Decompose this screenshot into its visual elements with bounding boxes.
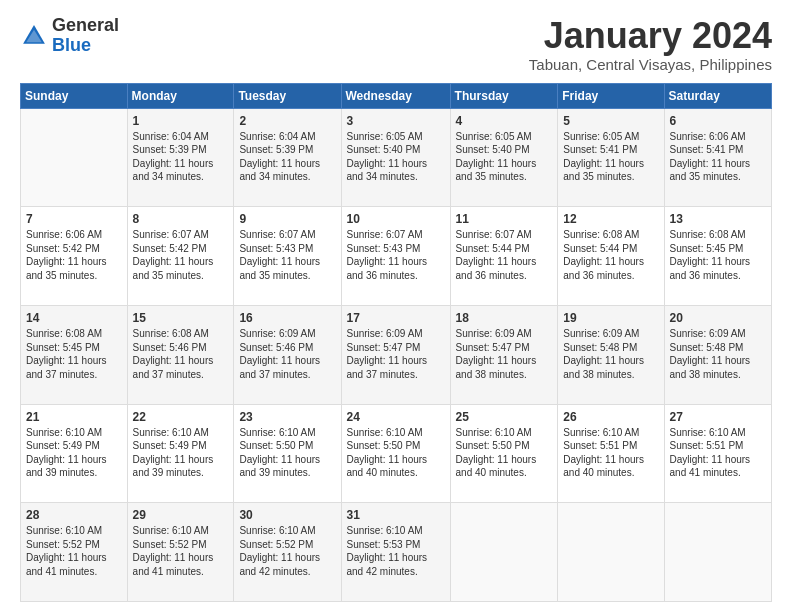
- calendar-week-3: 14Sunrise: 6:08 AMSunset: 5:45 PMDayligh…: [21, 305, 772, 404]
- calendar-cell: 14Sunrise: 6:08 AMSunset: 5:45 PMDayligh…: [21, 305, 128, 404]
- day-number: 14: [26, 310, 123, 326]
- day-number: 7: [26, 211, 123, 227]
- day-number: 23: [239, 409, 336, 425]
- calendar-cell: 3Sunrise: 6:05 AMSunset: 5:40 PMDaylight…: [341, 108, 450, 207]
- day-info: Sunrise: 6:09 AMSunset: 5:47 PMDaylight:…: [456, 327, 554, 381]
- calendar-cell: 29Sunrise: 6:10 AMSunset: 5:52 PMDayligh…: [127, 503, 234, 602]
- calendar-cell: 17Sunrise: 6:09 AMSunset: 5:47 PMDayligh…: [341, 305, 450, 404]
- location: Tabuan, Central Visayas, Philippines: [529, 56, 772, 73]
- day-number: 8: [133, 211, 230, 227]
- calendar-header-wednesday: Wednesday: [341, 83, 450, 108]
- day-number: 22: [133, 409, 230, 425]
- day-number: 3: [347, 113, 446, 129]
- day-number: 10: [347, 211, 446, 227]
- day-info: Sunrise: 6:10 AMSunset: 5:53 PMDaylight:…: [347, 524, 446, 578]
- day-number: 21: [26, 409, 123, 425]
- calendar-cell: 7Sunrise: 6:06 AMSunset: 5:42 PMDaylight…: [21, 207, 128, 306]
- day-info: Sunrise: 6:10 AMSunset: 5:51 PMDaylight:…: [670, 426, 767, 480]
- day-number: 2: [239, 113, 336, 129]
- logo-blue: Blue: [52, 35, 91, 55]
- calendar-cell: 24Sunrise: 6:10 AMSunset: 5:50 PMDayligh…: [341, 404, 450, 503]
- calendar-cell: [664, 503, 771, 602]
- calendar-cell: 2Sunrise: 6:04 AMSunset: 5:39 PMDaylight…: [234, 108, 341, 207]
- day-number: 11: [456, 211, 554, 227]
- day-info: Sunrise: 6:09 AMSunset: 5:48 PMDaylight:…: [563, 327, 659, 381]
- day-info: Sunrise: 6:08 AMSunset: 5:45 PMDaylight:…: [670, 228, 767, 282]
- day-info: Sunrise: 6:10 AMSunset: 5:50 PMDaylight:…: [456, 426, 554, 480]
- day-number: 16: [239, 310, 336, 326]
- header: General Blue January 2024 Tabuan, Centra…: [20, 16, 772, 73]
- calendar-cell: 1Sunrise: 6:04 AMSunset: 5:39 PMDaylight…: [127, 108, 234, 207]
- day-info: Sunrise: 6:07 AMSunset: 5:43 PMDaylight:…: [239, 228, 336, 282]
- calendar-week-2: 7Sunrise: 6:06 AMSunset: 5:42 PMDaylight…: [21, 207, 772, 306]
- day-number: 30: [239, 507, 336, 523]
- day-info: Sunrise: 6:05 AMSunset: 5:40 PMDaylight:…: [347, 130, 446, 184]
- calendar-week-5: 28Sunrise: 6:10 AMSunset: 5:52 PMDayligh…: [21, 503, 772, 602]
- calendar-cell: 8Sunrise: 6:07 AMSunset: 5:42 PMDaylight…: [127, 207, 234, 306]
- day-number: 1: [133, 113, 230, 129]
- day-info: Sunrise: 6:10 AMSunset: 5:51 PMDaylight:…: [563, 426, 659, 480]
- day-info: Sunrise: 6:10 AMSunset: 5:50 PMDaylight:…: [239, 426, 336, 480]
- logo-text: General Blue: [52, 16, 119, 56]
- calendar-cell: 13Sunrise: 6:08 AMSunset: 5:45 PMDayligh…: [664, 207, 771, 306]
- calendar-cell: 4Sunrise: 6:05 AMSunset: 5:40 PMDaylight…: [450, 108, 558, 207]
- day-info: Sunrise: 6:07 AMSunset: 5:42 PMDaylight:…: [133, 228, 230, 282]
- day-number: 27: [670, 409, 767, 425]
- day-info: Sunrise: 6:10 AMSunset: 5:49 PMDaylight:…: [133, 426, 230, 480]
- calendar-cell: 22Sunrise: 6:10 AMSunset: 5:49 PMDayligh…: [127, 404, 234, 503]
- calendar-header-thursday: Thursday: [450, 83, 558, 108]
- calendar-header-monday: Monday: [127, 83, 234, 108]
- calendar-cell: 21Sunrise: 6:10 AMSunset: 5:49 PMDayligh…: [21, 404, 128, 503]
- calendar-cell: 28Sunrise: 6:10 AMSunset: 5:52 PMDayligh…: [21, 503, 128, 602]
- calendar-week-1: 1Sunrise: 6:04 AMSunset: 5:39 PMDaylight…: [21, 108, 772, 207]
- calendar-cell: 16Sunrise: 6:09 AMSunset: 5:46 PMDayligh…: [234, 305, 341, 404]
- day-number: 19: [563, 310, 659, 326]
- day-number: 6: [670, 113, 767, 129]
- calendar-cell: 26Sunrise: 6:10 AMSunset: 5:51 PMDayligh…: [558, 404, 664, 503]
- calendar-cell: 11Sunrise: 6:07 AMSunset: 5:44 PMDayligh…: [450, 207, 558, 306]
- day-number: 4: [456, 113, 554, 129]
- day-info: Sunrise: 6:05 AMSunset: 5:41 PMDaylight:…: [563, 130, 659, 184]
- calendar-cell: 18Sunrise: 6:09 AMSunset: 5:47 PMDayligh…: [450, 305, 558, 404]
- calendar-table: SundayMondayTuesdayWednesdayThursdayFrid…: [20, 83, 772, 602]
- calendar-cell: 9Sunrise: 6:07 AMSunset: 5:43 PMDaylight…: [234, 207, 341, 306]
- calendar-header-sunday: Sunday: [21, 83, 128, 108]
- day-number: 31: [347, 507, 446, 523]
- calendar-header-row: SundayMondayTuesdayWednesdayThursdayFrid…: [21, 83, 772, 108]
- calendar-cell: 6Sunrise: 6:06 AMSunset: 5:41 PMDaylight…: [664, 108, 771, 207]
- day-info: Sunrise: 6:10 AMSunset: 5:52 PMDaylight:…: [26, 524, 123, 578]
- day-number: 26: [563, 409, 659, 425]
- day-info: Sunrise: 6:07 AMSunset: 5:44 PMDaylight:…: [456, 228, 554, 282]
- day-number: 17: [347, 310, 446, 326]
- day-number: 13: [670, 211, 767, 227]
- day-info: Sunrise: 6:10 AMSunset: 5:50 PMDaylight:…: [347, 426, 446, 480]
- calendar-cell: 30Sunrise: 6:10 AMSunset: 5:52 PMDayligh…: [234, 503, 341, 602]
- day-number: 18: [456, 310, 554, 326]
- calendar-cell: 20Sunrise: 6:09 AMSunset: 5:48 PMDayligh…: [664, 305, 771, 404]
- calendar-cell: 15Sunrise: 6:08 AMSunset: 5:46 PMDayligh…: [127, 305, 234, 404]
- day-info: Sunrise: 6:05 AMSunset: 5:40 PMDaylight:…: [456, 130, 554, 184]
- calendar-cell: 5Sunrise: 6:05 AMSunset: 5:41 PMDaylight…: [558, 108, 664, 207]
- day-info: Sunrise: 6:09 AMSunset: 5:47 PMDaylight:…: [347, 327, 446, 381]
- day-info: Sunrise: 6:09 AMSunset: 5:46 PMDaylight:…: [239, 327, 336, 381]
- day-info: Sunrise: 6:04 AMSunset: 5:39 PMDaylight:…: [239, 130, 336, 184]
- calendar-cell: 25Sunrise: 6:10 AMSunset: 5:50 PMDayligh…: [450, 404, 558, 503]
- day-number: 20: [670, 310, 767, 326]
- title-block: January 2024 Tabuan, Central Visayas, Ph…: [529, 16, 772, 73]
- calendar-cell: [450, 503, 558, 602]
- calendar-header-saturday: Saturday: [664, 83, 771, 108]
- day-info: Sunrise: 6:10 AMSunset: 5:49 PMDaylight:…: [26, 426, 123, 480]
- calendar-header-friday: Friday: [558, 83, 664, 108]
- calendar-cell: 31Sunrise: 6:10 AMSunset: 5:53 PMDayligh…: [341, 503, 450, 602]
- day-info: Sunrise: 6:04 AMSunset: 5:39 PMDaylight:…: [133, 130, 230, 184]
- day-number: 29: [133, 507, 230, 523]
- day-number: 12: [563, 211, 659, 227]
- calendar-cell: 10Sunrise: 6:07 AMSunset: 5:43 PMDayligh…: [341, 207, 450, 306]
- calendar-header-tuesday: Tuesday: [234, 83, 341, 108]
- day-number: 25: [456, 409, 554, 425]
- day-info: Sunrise: 6:08 AMSunset: 5:46 PMDaylight:…: [133, 327, 230, 381]
- day-info: Sunrise: 6:06 AMSunset: 5:41 PMDaylight:…: [670, 130, 767, 184]
- day-info: Sunrise: 6:09 AMSunset: 5:48 PMDaylight:…: [670, 327, 767, 381]
- day-info: Sunrise: 6:07 AMSunset: 5:43 PMDaylight:…: [347, 228, 446, 282]
- day-info: Sunrise: 6:08 AMSunset: 5:45 PMDaylight:…: [26, 327, 123, 381]
